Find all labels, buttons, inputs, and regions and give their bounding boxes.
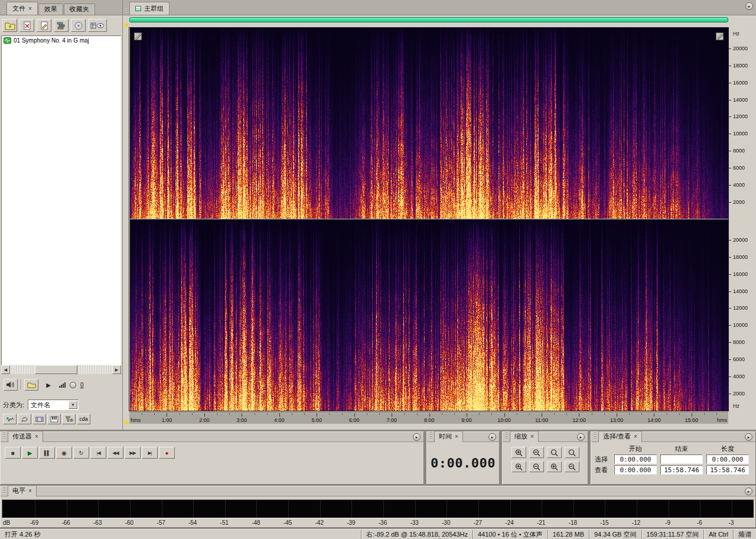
status-view-mode[interactable]: 频谱 [733,530,756,539]
freq-tick-label: 10000 [733,131,748,137]
tab-main-group[interactable]: 主群组 [129,2,170,15]
scrollbar-track[interactable] [10,365,112,374]
close-panel-button[interactable]: × [28,488,32,494]
pan-handle-icon[interactable] [134,33,142,40]
panel-grip[interactable] [2,6,4,13]
scroll-left-button[interactable]: ◀ [1,365,10,374]
status-open-time: 打开 4.26 秒 [0,530,45,539]
close-panel-button[interactable]: × [35,433,38,440]
timeline-label: 15:00 [682,417,701,423]
preview-play-button[interactable]: ▶ [41,379,56,391]
panel-menu-button[interactable]: ▸ [745,488,752,495]
view-start-field[interactable]: 0:00.000 [614,465,657,475]
go-to-start-button[interactable]: |◀ [90,447,106,459]
record-button[interactable]: ● [159,447,175,459]
db-tick-label: -24 [501,519,519,526]
file-list-scrollbar[interactable]: ◀ ▶ [1,365,121,374]
rewind-button[interactable]: ◀◀ [107,447,123,459]
stop-button[interactable]: ■ [5,447,21,459]
close-tab-button[interactable]: × [28,5,32,12]
levels-panel: 电平 × ▸ dB -69-66-63-60-57-54-51-48-45-42… [0,486,756,528]
zoom-in-horizontal-button[interactable] [511,447,526,458]
db-tick-label: -18 [564,519,582,526]
level-meter[interactable] [2,499,754,518]
insert-into-multitrack-icon [57,21,66,30]
view-length-field[interactable]: 15:58.746 [706,465,749,475]
close-file-button[interactable] [19,19,34,32]
selection-start-marker[interactable] [125,419,129,424]
tab-files[interactable]: 文件× [6,2,38,15]
frequency-ruler[interactable]: Hz20000180001600014000120001000080006000… [729,27,756,411]
tab-favorites[interactable]: 收藏夹 [64,4,95,15]
scroll-right-button[interactable]: ▶ [112,365,121,374]
play-button[interactable]: ▶ [22,447,38,459]
zoom-out-button[interactable] [529,461,544,472]
panel-grip[interactable] [125,6,127,13]
sort-by-dropdown[interactable]: 文件名 ▼ [28,400,79,410]
panel-menu-button[interactable]: ▸ [413,433,421,441]
freq-tick-label: 6000 [733,356,745,362]
panel-grip[interactable] [4,487,5,494]
loop-play-button[interactable]: ↻ [73,447,89,459]
show-options-button[interactable] [88,19,107,32]
horizontal-zoom-navigator[interactable] [129,17,728,22]
selection-length-field[interactable]: 0:00.000 [706,454,749,464]
show-video-button[interactable] [32,414,46,424]
edit-file-button[interactable] [37,19,51,32]
panel-menu-button[interactable]: ▸ [577,433,585,441]
pan-handle-icon[interactable] [716,33,724,40]
pause-button[interactable]: ▌▌ [39,447,55,459]
zoom-out-vertical-button[interactable] [565,461,579,472]
zoom-out-horizontal-button[interactable] [529,447,544,458]
selection-start-field[interactable]: 0:00.000 [614,454,657,464]
scrollbar-thumb[interactable] [35,365,77,374]
view-end-field[interactable]: 15:58.746 [660,465,703,475]
close-panel-button[interactable]: × [634,433,637,440]
panel-menu-button[interactable]: ▸ [745,2,753,10]
show-cd-button[interactable]: cda [77,414,90,424]
db-tick-label: -9 [659,519,677,526]
spectral-display[interactable] [129,28,728,411]
import-file-button[interactable] [2,19,17,32]
insert-into-multitrack-button[interactable] [54,19,69,32]
panel-grip[interactable] [430,433,432,440]
zoom-full-button[interactable] [547,447,562,458]
show-audio-button[interactable] [3,414,17,424]
panel-grip[interactable] [506,433,507,440]
volume-knob-icon[interactable] [70,382,76,388]
fast-forward-button[interactable]: ▶▶ [125,447,141,459]
preview-loop-count[interactable]: 0 [80,382,84,388]
panel-menu-button[interactable]: ▸ [488,433,496,441]
selection-end-field[interactable] [660,454,703,464]
panel-menu-button[interactable]: ▸ [745,433,752,441]
files-panel-body: 01 Symphony No. 4 in G maj ◀ ▶ ▶ [0,15,122,430]
chevron-down-icon[interactable]: ▼ [69,401,77,409]
panel-grip[interactable] [594,433,596,440]
show-filter-button[interactable] [62,414,76,424]
preview-follow-button[interactable] [24,379,38,391]
show-audio-icon [6,416,14,423]
main-tabstrip: 主群组 ▸ [123,0,756,15]
close-panel-button[interactable]: × [455,433,458,440]
freq-tick-label: 10000 [733,322,748,328]
zoom-in-vertical-button[interactable] [547,461,562,472]
show-loop-button[interactable] [18,414,31,424]
transport-panel: 传送器 × ▸ ■▶▌▌◉↻|◀◀◀▶▶▶|● [0,431,424,485]
timeline-ruler[interactable]: hms hms 1:002:003:004:005:006:007:008:00… [129,412,728,424]
go-to-end-button[interactable]: ▶| [142,447,158,459]
tab-label: 主群组 [144,4,164,13]
volume-bars-icon[interactable] [58,382,67,388]
panel-grip[interactable] [4,433,5,440]
status-file-size: 161.28 MB [548,530,589,539]
zoom-to-selection-button[interactable] [565,447,579,458]
play-from-cursor-button[interactable]: ◉ [56,447,72,459]
file-list[interactable]: 01 Symphony No. 4 in G maj [1,35,121,365]
close-panel-button[interactable]: × [530,433,534,440]
preview-autoplay-button[interactable] [4,379,18,391]
tab-effects[interactable]: 效果 [38,4,63,15]
show-midi-button[interactable] [47,414,61,424]
file-list-item[interactable]: 01 Symphony No. 4 in G maj [2,36,120,44]
insert-into-cd-button[interactable] [71,19,86,32]
zoom-in-button[interactable] [511,461,526,472]
selection-view-panel: 选择/查看 × ▸ 开始 结束 长度 选择 0:00.000 0:00.000 … [591,431,756,485]
